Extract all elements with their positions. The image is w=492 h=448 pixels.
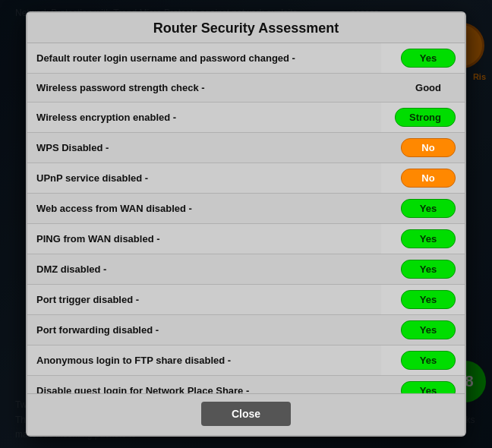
- close-button[interactable]: Close: [201, 402, 291, 426]
- table-row: Wireless encryption enabled -Strong: [27, 103, 465, 133]
- status-badge: Yes: [401, 290, 456, 309]
- security-table: Default router login username and passwo…: [27, 43, 465, 393]
- table-row: Default router login username and passwo…: [27, 43, 465, 74]
- row-label: Anonymous login to FTP share disabled -: [27, 345, 381, 376]
- status-badge: Yes: [401, 320, 456, 339]
- row-value: Yes: [381, 194, 465, 224]
- table-row: DMZ disabled -Yes: [27, 254, 465, 285]
- status-badge: Yes: [401, 260, 456, 279]
- row-value: Yes: [381, 285, 465, 315]
- row-label: Wireless password strength check -: [27, 74, 381, 103]
- row-value: No: [381, 163, 465, 194]
- row-label: WPS Disabled -: [27, 133, 381, 163]
- row-value: Strong: [381, 103, 465, 133]
- table-row: Web access from WAN disabled -Yes: [27, 194, 465, 224]
- row-value: No: [381, 133, 465, 163]
- table-row: Port forwarding disabled -Yes: [27, 315, 465, 345]
- modal-header: Router Security Assessment: [27, 13, 465, 43]
- modal-overlay: Router Security Assessment Default route…: [0, 0, 492, 448]
- status-badge: Yes: [401, 199, 456, 218]
- table-row: Anonymous login to FTP share disabled -Y…: [27, 345, 465, 376]
- row-label: Web access from WAN disabled -: [27, 194, 381, 224]
- modal-body: Default router login username and passwo…: [27, 43, 465, 393]
- table-row: Port trigger disabled -Yes: [27, 285, 465, 315]
- row-label: Default router login username and passwo…: [27, 43, 381, 74]
- status-badge: Yes: [401, 381, 456, 393]
- row-value: Yes: [381, 43, 465, 74]
- row-label: PING from WAN disabled -: [27, 224, 381, 254]
- row-label: Port trigger disabled -: [27, 285, 381, 315]
- row-label: UPnP service disabled -: [27, 163, 381, 194]
- status-badge: Yes: [401, 229, 456, 248]
- status-badge: Good: [401, 79, 456, 96]
- row-label: DMZ disabled -: [27, 254, 381, 285]
- modal-footer: Close: [27, 393, 465, 435]
- row-value: Yes: [381, 315, 465, 345]
- status-badge: Strong: [395, 108, 456, 127]
- table-row: UPnP service disabled -No: [27, 163, 465, 194]
- table-row: PING from WAN disabled -Yes: [27, 224, 465, 254]
- row-label: Disable guest login for Network Place Sh…: [27, 376, 381, 394]
- row-value: Yes: [381, 254, 465, 285]
- table-row: WPS Disabled -No: [27, 133, 465, 163]
- row-label: Port forwarding disabled -: [27, 315, 381, 345]
- status-badge: Yes: [401, 49, 456, 68]
- status-badge: Yes: [401, 351, 456, 370]
- row-label: Wireless encryption enabled -: [27, 103, 381, 133]
- row-value: Yes: [381, 376, 465, 394]
- row-value: Yes: [381, 224, 465, 254]
- modal-title: Router Security Assessment: [153, 21, 339, 36]
- row-value: Yes: [381, 345, 465, 376]
- status-badge: No: [401, 169, 456, 188]
- row-value: Good: [381, 74, 465, 103]
- router-security-modal: Router Security Assessment Default route…: [26, 11, 466, 437]
- table-row: Disable guest login for Network Place Sh…: [27, 376, 465, 394]
- table-row: Wireless password strength check -Good: [27, 74, 465, 103]
- status-badge: No: [401, 138, 456, 157]
